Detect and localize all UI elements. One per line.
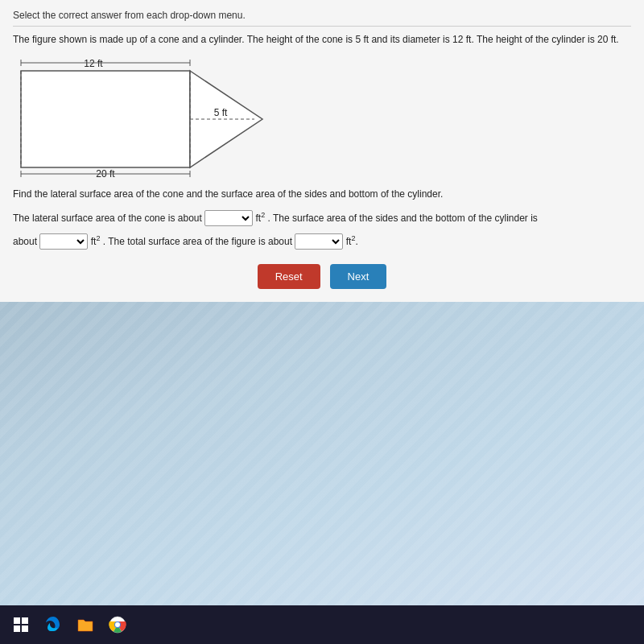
taskbar (0, 605, 644, 644)
svg-rect-14 (14, 617, 20, 624)
sentence2-part2: ft2 (91, 236, 101, 247)
main-content: Select the correct answer from each drop… (0, 0, 644, 302)
sentence1-part3: . The surface area of the sides and the … (268, 213, 538, 224)
svg-rect-15 (22, 617, 28, 624)
answer-section: The lateral surface area of the cone is … (13, 208, 631, 251)
svg-rect-0 (21, 71, 190, 167)
instruction-text: Select the correct answer from each drop… (13, 10, 631, 27)
button-row: Reset Next (13, 264, 631, 289)
figure-container: 12 ft 5 ft 20 ft (13, 55, 631, 184)
sentence1-part2: ft2 (256, 213, 266, 224)
background-area (0, 302, 644, 605)
cylinder-area-dropdown[interactable]: 226 414 640 753 980 1206 (39, 233, 88, 250)
taskbar-windows-icon[interactable] (6, 610, 35, 639)
svg-rect-16 (14, 625, 20, 632)
sentence-1: The lateral surface area of the cone is … (13, 208, 631, 228)
svg-text:12 ft: 12 ft (84, 58, 103, 69)
reset-button[interactable]: Reset (258, 264, 320, 289)
sentence1-part1: The lateral surface area of the cone is … (13, 213, 202, 224)
sentence2-part3: . The total surface area of the figure i… (103, 236, 292, 247)
find-text: Find the lateral surface area of the con… (13, 188, 631, 200)
total-area-dropdown[interactable]: 226 414 640 753 980 1206 (295, 233, 343, 250)
taskbar-chrome-icon[interactable] (103, 610, 132, 639)
next-button[interactable]: Next (330, 264, 387, 289)
figure-svg: 12 ft 5 ft 20 ft (13, 55, 295, 180)
taskbar-edge-icon[interactable] (39, 610, 68, 639)
problem-text: The figure shown is made up of a cone an… (13, 33, 631, 47)
cone-area-dropdown[interactable]: 226 414 640 753 980 1206 (204, 210, 253, 226)
svg-point-21 (115, 622, 120, 627)
svg-text:5 ft: 5 ft (214, 107, 228, 118)
sentence2-part4: ft2. (346, 236, 358, 247)
svg-rect-17 (22, 625, 28, 632)
sentence-2: about 226 414 640 753 980 1206 ft2 . The… (13, 231, 631, 251)
taskbar-folder-icon[interactable] (71, 610, 100, 639)
sentence2-part1: about (13, 236, 37, 247)
